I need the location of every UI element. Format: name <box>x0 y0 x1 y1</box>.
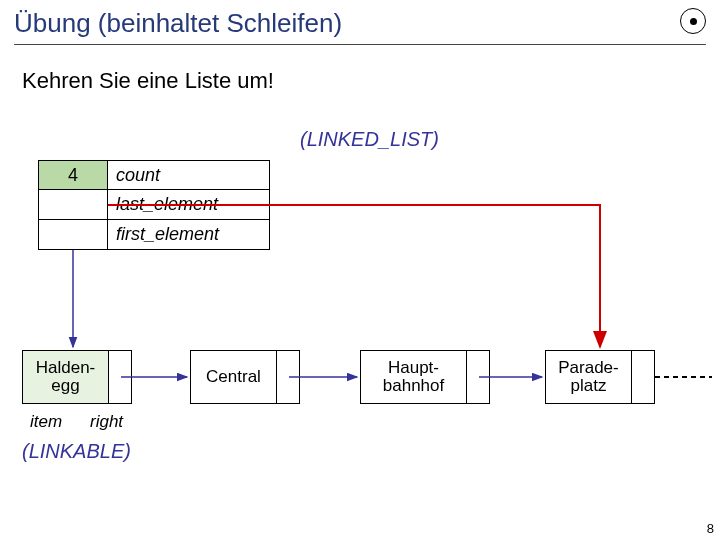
node-3-right <box>466 351 489 403</box>
logo-icon <box>680 8 706 34</box>
last-element-value-cell <box>38 190 108 220</box>
first-element-value-cell <box>38 220 108 250</box>
page-number: 8 <box>707 521 714 536</box>
node-3: Haupt-bahnhof <box>360 350 490 404</box>
slide: Übung (beinhaltet Schleifen) Kehren Sie … <box>0 0 720 540</box>
node-3-item: Haupt-bahnhof <box>361 351 466 403</box>
item-field-label: item <box>30 412 62 432</box>
count-field-label: count <box>116 165 160 186</box>
count-field-cell: count <box>108 160 270 190</box>
first-element-field-label: first_element <box>116 224 219 245</box>
node-1-right <box>108 351 131 403</box>
node-1-item: Halden-egg <box>23 351 108 403</box>
last-element-field-cell: last_element <box>108 190 270 220</box>
last-element-field-label: last_element <box>116 194 218 215</box>
linkable-class-label: (LINKABLE) <box>22 440 131 463</box>
node-2: Central <box>190 350 300 404</box>
node-4-right <box>631 351 654 403</box>
linked-list-class-label: (LINKED_LIST) <box>300 128 439 151</box>
node-2-right <box>276 351 299 403</box>
node-4: Parade-platz <box>545 350 655 404</box>
subtitle: Kehren Sie eine Liste um! <box>22 68 274 94</box>
page-title: Übung (beinhaltet Schleifen) <box>14 8 342 39</box>
count-value-cell: 4 <box>38 160 108 190</box>
first-element-field-cell: first_element <box>108 220 270 250</box>
node-2-item: Central <box>191 351 276 403</box>
node-1: Halden-egg <box>22 350 132 404</box>
node-4-item: Parade-platz <box>546 351 631 403</box>
right-field-label: right <box>90 412 123 432</box>
title-rule <box>14 44 706 45</box>
